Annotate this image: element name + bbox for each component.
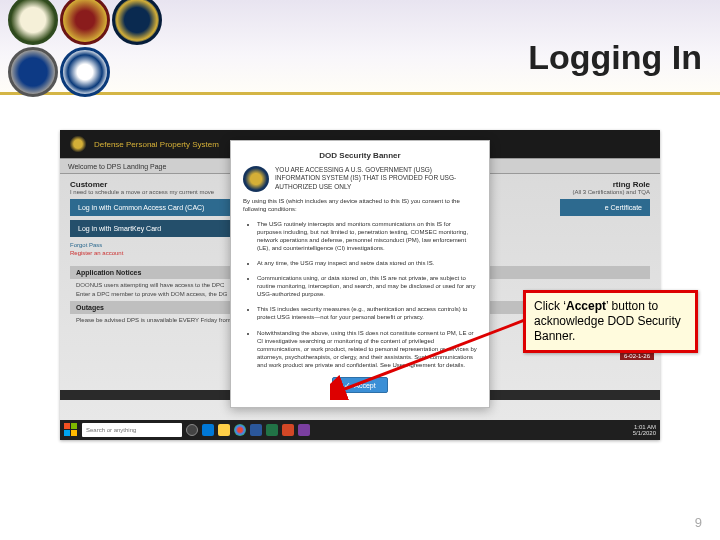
explorer-icon[interactable] <box>218 424 230 436</box>
bullet-5: Notwithstanding the above, using this IS… <box>257 329 477 369</box>
screenshot: Defense Personal Property System Welcome… <box>60 130 660 440</box>
login-cac-button[interactable]: Log in with Common Access Card (CAC) <box>70 199 230 216</box>
cortana-icon[interactable] <box>186 424 198 436</box>
navy-seal-icon <box>112 0 162 45</box>
dps-system-name: Defense Personal Property System <box>94 140 219 149</box>
chrome-icon[interactable] <box>234 424 246 436</box>
login-cert-button[interactable]: e Certificate <box>560 199 650 216</box>
modal-subtext: By using this IS (which includes any dev… <box>243 198 477 214</box>
military-seals <box>8 0 162 97</box>
accept-word: Accept <box>566 299 606 313</box>
powerpoint-icon[interactable] <box>282 424 294 436</box>
date-tag: 6-02-1-26 <box>620 352 654 360</box>
modal-title: DOD Security Banner <box>243 151 477 160</box>
army-seal-icon <box>8 0 58 45</box>
login-links: Forgot Pass Register an account <box>70 241 230 258</box>
usmc-seal-icon <box>60 0 110 45</box>
slide-title: Logging In <box>528 38 702 77</box>
register-link[interactable]: Register an account <box>70 250 123 256</box>
bullet-2: At any time, the USG may inspect and sei… <box>257 259 477 267</box>
modal-bullets: The USG routinely intercepts and monitor… <box>243 220 477 369</box>
bullet-4: This IS includes security measures (e.g.… <box>257 305 477 321</box>
accept-label: Accept <box>354 382 375 389</box>
forgot-link[interactable]: Forgot Pass <box>70 242 102 248</box>
modal-warning: YOU ARE ACCESSING A U.S. GOVERNMENT (USG… <box>275 166 477 191</box>
dps-seal-icon <box>68 134 88 154</box>
security-banner-modal: DOD Security Banner YOU ARE ACCESSING A … <box>230 140 490 408</box>
login-smartkey-button[interactable]: Log in with SmartKey Card <box>70 220 230 237</box>
taskbar-clock[interactable]: 1:01 AM 5/1/2020 <box>633 424 656 436</box>
dod-seal-icon <box>243 166 269 192</box>
bullet-1: The USG routinely intercepts and monitor… <box>257 220 477 252</box>
accept-button[interactable]: ✓ Accept <box>332 377 388 393</box>
airforce-seal-icon <box>8 47 58 97</box>
bullet-3: Communications using, or data stored on,… <box>257 274 477 298</box>
teams-icon[interactable] <box>298 424 310 436</box>
word-icon[interactable] <box>250 424 262 436</box>
windows-taskbar: Search or anything 1:01 AM 5/1/2020 <box>60 420 660 440</box>
instruction-callout: Click ‘Accept’ button to acknowledge DOD… <box>523 290 698 353</box>
excel-icon[interactable] <box>266 424 278 436</box>
start-icon[interactable] <box>64 423 78 437</box>
page-number: 9 <box>695 515 702 530</box>
taskbar-search[interactable]: Search or anything <box>82 423 182 437</box>
coastguard-seal-icon <box>60 47 110 97</box>
dps-page: Defense Personal Property System Welcome… <box>60 130 660 420</box>
slide-header: Logging In <box>0 0 720 95</box>
edge-icon[interactable] <box>202 424 214 436</box>
check-icon: ✓ <box>344 381 351 390</box>
